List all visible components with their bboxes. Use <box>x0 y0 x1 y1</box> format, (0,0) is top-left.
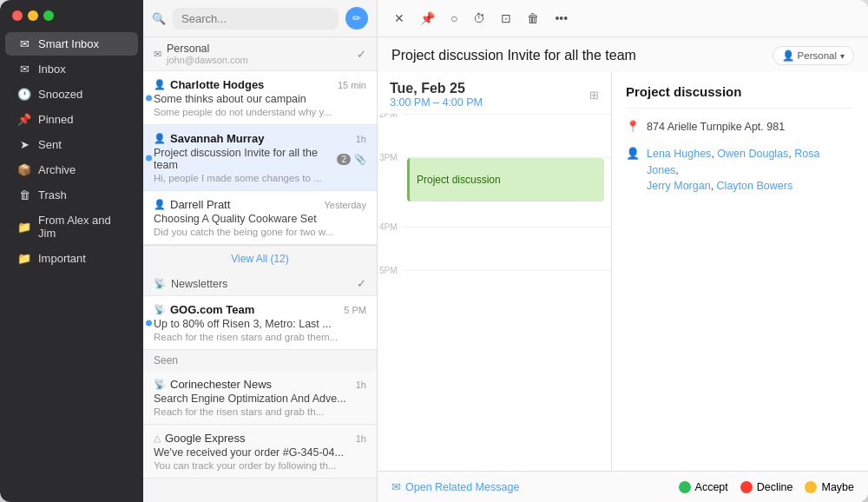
jerry-morgan-link[interactable]: Jerry Morgan <box>647 180 711 192</box>
sidebar-item-archive[interactable]: 📦 Archive <box>5 158 138 182</box>
sidebar-item-label: Inbox <box>38 63 66 76</box>
minimize-traffic-light[interactable] <box>28 10 38 21</box>
paperclip-icon: 📎 <box>354 154 366 165</box>
seen-header: Seen <box>143 350 377 371</box>
pin-icon[interactable]: 📌 <box>418 9 437 28</box>
close-icon[interactable]: ✕ <box>391 9 407 28</box>
accept-label: Accept <box>695 481 728 493</box>
section-title: Newsletters <box>171 278 227 290</box>
time-label-5pm: 5PM <box>379 266 398 275</box>
sidebar-item-label: Sent <box>38 138 62 151</box>
right-panel: ✕ 📌 ○ ⏱ ⊡ 🗑 ••• Project discussion Invit… <box>378 0 868 502</box>
maybe-label: Maybe <box>821 481 854 493</box>
unread-indicator <box>146 155 152 161</box>
section-title: Personal <box>167 43 248 55</box>
mail-item[interactable]: 👤 Savannah Murray 1h Project discussion … <box>143 125 377 191</box>
sidebar-item-label: Smart Inbox <box>38 37 99 50</box>
sidebar-item-inbox[interactable]: ✉ Inbox <box>5 57 138 81</box>
important-icon: 📁 <box>17 252 31 265</box>
triangle-icon: △ <box>154 433 161 444</box>
sender-name: Google Express <box>165 432 246 445</box>
detail-title: Project discussion Invite for all the te… <box>391 48 636 63</box>
close-traffic-light[interactable] <box>12 10 23 21</box>
section-check-icon[interactable]: ✓ <box>357 277 366 290</box>
mail-time: 5 PM <box>344 305 366 315</box>
mail-item[interactable]: △ Google Express 1h We've received your … <box>143 425 377 479</box>
sender-name: Darrell Pratt <box>170 198 230 211</box>
time-label-2pm: 2PM <box>379 114 398 119</box>
clock-icon[interactable]: ⏱ <box>470 9 488 28</box>
snoozed-icon: 🕐 <box>17 88 31 101</box>
maybe-button[interactable]: Maybe <box>805 481 854 493</box>
mail-subject-text: Up to 80% off Risen 3, Metro: Last ... <box>154 318 332 330</box>
lena-hughes-link[interactable]: Lena Hughes <box>647 148 711 160</box>
time-slot-3pm: 3PM Project discussion <box>404 157 611 227</box>
section-subtitle: john@dawson.com <box>167 55 248 65</box>
personal-badge[interactable]: 👤 Personal ▾ <box>773 46 854 65</box>
envelope-icon: ✉ <box>391 480 401 493</box>
sidebar-nav: ✉ Smart Inbox ✉ Inbox 🕐 Snoozed 📌 Pinned… <box>0 28 143 502</box>
archive-toolbar-icon[interactable]: ⊡ <box>498 9 514 28</box>
clayton-bowers-link[interactable]: Clayton Bowers <box>717 180 793 192</box>
mail-subject-text: Some thinks about our campain <box>154 93 306 105</box>
sidebar-item-pinned[interactable]: 📌 Pinned <box>5 108 138 131</box>
search-input[interactable] <box>173 8 339 30</box>
time-slot-5pm: 5PM <box>404 270 611 314</box>
sidebar-item-label: Pinned <box>38 113 73 126</box>
time-label-3pm: 3PM <box>379 153 398 162</box>
envelope-icon: ✉ <box>154 49 161 60</box>
rss-icon: 📡 <box>154 304 166 315</box>
cal-event-project-discussion[interactable]: Project discussion <box>407 158 604 201</box>
maximize-traffic-light[interactable] <box>43 10 54 21</box>
detail-toolbar: ✕ 📌 ○ ⏱ ⊡ 🗑 ••• <box>378 0 868 37</box>
accept-button[interactable]: Accept <box>679 481 728 493</box>
sidebar-item-trash[interactable]: 🗑 Trash <box>5 183 138 207</box>
time-slot-2pm: 2PM <box>404 114 611 157</box>
mail-item[interactable]: 👤 Charlotte Hodges 15 min Some thinks ab… <box>143 71 377 125</box>
pinned-icon: 📌 <box>17 113 31 126</box>
mail-item[interactable]: 👤 Darrell Pratt Yesterday Choosing A Qua… <box>143 191 377 245</box>
location-icon: 📍 <box>626 120 640 133</box>
cal-header: Tue, Feb 25 3:00 PM – 4:00 PM ⊞ <box>378 72 611 114</box>
sidebar-item-important[interactable]: 📁 Important <box>5 247 138 270</box>
inbox-icon: ✉ <box>17 63 31 76</box>
owen-douglas-link[interactable]: Owen Douglas <box>717 148 788 160</box>
mail-preview: Did you catch the being gone for two w..… <box>154 227 366 237</box>
smart-inbox-icon: ✉ <box>17 37 31 50</box>
sender-name: Savannah Murray <box>170 132 264 145</box>
trash-toolbar-icon[interactable]: 🗑 <box>524 9 542 28</box>
event-time-range: 3:00 PM – 4:00 PM <box>390 96 483 109</box>
sidebar-item-sent[interactable]: ➤ Sent <box>5 133 138 156</box>
mail-time: 1h <box>356 433 366 444</box>
compose-button[interactable]: ✏ <box>345 7 368 30</box>
open-related-button[interactable]: ✉ Open Related Message <box>391 480 519 493</box>
open-related-label: Open Related Message <box>405 481 519 493</box>
mail-item[interactable]: 📡 Corinechester News 1h Search Engine Op… <box>143 371 377 425</box>
calendar-panel: Tue, Feb 25 3:00 PM – 4:00 PM ⊞ 2PM 3PM … <box>378 72 612 471</box>
person-icon: 👤 <box>154 133 166 144</box>
mail-subject-text: Choosing A Quality Cookware Set <box>154 213 317 225</box>
more-icon[interactable]: ••• <box>552 9 570 28</box>
section-check-icon[interactable]: ✓ <box>357 48 366 61</box>
sidebar-item-from-alex[interactable]: 📁 From Alex and Jim <box>5 208 138 245</box>
archive-icon: 📦 <box>17 163 31 176</box>
event-info-title: Project discussion <box>626 84 854 109</box>
sidebar-item-snoozed[interactable]: 🕐 Snoozed <box>5 83 138 106</box>
sender-name: Charlotte Hodges <box>170 78 264 91</box>
sidebar-item-smart-inbox[interactable]: ✉ Smart Inbox <box>5 32 138 56</box>
traffic-lights <box>0 0 143 28</box>
rss-icon: 📡 <box>154 379 166 390</box>
decline-button[interactable]: Decline <box>740 481 793 493</box>
circle-icon[interactable]: ○ <box>448 9 460 28</box>
expand-icon[interactable]: ⊞ <box>589 89 599 102</box>
mail-item[interactable]: 📡 GOG.com Team 5 PM Up to 80% off Risen … <box>143 296 377 350</box>
newsletters-section-header: 📡 Newsletters ✓ <box>143 272 377 296</box>
event-attendees-row: 👤 Lena Hughes, Owen Douglas, Rosa Jones,… <box>626 146 854 195</box>
view-all-button[interactable]: View All (12) <box>143 245 377 272</box>
section-header-left: 📡 Newsletters <box>154 278 227 290</box>
unread-indicator <box>146 95 152 101</box>
mail-list: ✉ Personal john@dawson.com ✓ 👤 Ch <box>143 37 377 502</box>
maybe-icon <box>805 481 817 493</box>
event-info-panel: Project discussion 📍 874 Arielle Turnpik… <box>612 72 868 471</box>
mail-subject-text: We've received your order #G-345-04... <box>154 446 344 459</box>
